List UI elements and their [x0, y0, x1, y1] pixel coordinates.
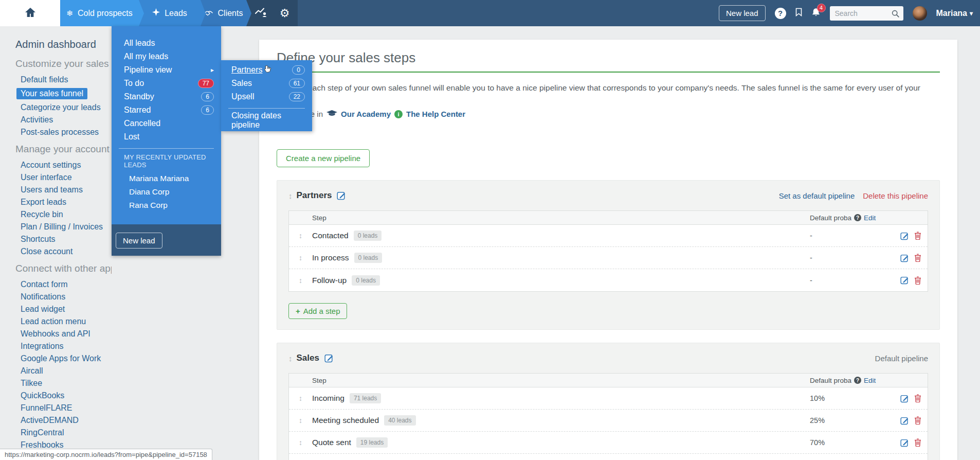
edit-proba-link[interactable]: Edit: [864, 377, 876, 384]
help-center-link[interactable]: The Help Center: [406, 110, 465, 118]
edit-step-icon[interactable]: [900, 232, 909, 240]
sidebar-item-recycle-bin[interactable]: Recycle bin: [21, 210, 112, 219]
leads-count-badge[interactable]: 19 leads: [356, 437, 388, 448]
submenu-item-upsell[interactable]: Upsell 22: [221, 90, 312, 103]
drag-handle-icon[interactable]: ↕: [289, 394, 312, 402]
drag-handle-icon[interactable]: ↕: [289, 254, 312, 262]
leads-count-badge[interactable]: 71 leads: [350, 393, 381, 403]
sidebar-item-export-leads[interactable]: Export leads: [21, 198, 112, 206]
gear-icon[interactable]: ⚙: [280, 8, 290, 19]
edit-step-icon[interactable]: [900, 276, 909, 285]
edit-pipeline-icon[interactable]: [337, 191, 346, 200]
tab-cold-prospects[interactable]: ❄ Cold prospects: [60, 0, 139, 26]
menu-new-lead-button[interactable]: New lead: [116, 233, 162, 249]
drag-handle-icon[interactable]: ↕: [289, 232, 312, 240]
sidebar-item-close-account[interactable]: Close account: [21, 247, 112, 256]
submenu-item-partners[interactable]: Partners 0: [221, 63, 312, 77]
delete-step-icon[interactable]: [914, 438, 921, 447]
sidebar-item-lead-action-menu[interactable]: Lead action menu: [21, 317, 112, 326]
recent-lead-item[interactable]: Mariana Mariana: [112, 172, 221, 185]
count-badge: 6: [201, 105, 214, 115]
step-proba: -: [810, 232, 892, 240]
menu-item-cancelled[interactable]: Cancelled: [112, 117, 221, 130]
menu-item-lost[interactable]: Lost: [112, 130, 221, 144]
sidebar-item-lead-widget[interactable]: Lead widget: [21, 305, 112, 313]
sidebar-item-user-interface[interactable]: User interface: [21, 173, 112, 182]
help-icon[interactable]: ?: [775, 8, 786, 19]
info-icon: i: [394, 110, 403, 118]
pipeline-name: Sales: [297, 353, 319, 363]
set-default-pipeline-link[interactable]: Set as default pipeline: [779, 191, 855, 200]
user-menu[interactable]: Mariana ▾: [936, 9, 973, 18]
sidebar-item-plan-billing-invoices[interactable]: Plan / Billing / Invoices: [21, 223, 112, 231]
sidebar-item-post-sales-processes[interactable]: Post-sales processes: [21, 128, 112, 136]
recent-lead-item[interactable]: Diana Corp: [112, 185, 221, 199]
create-pipeline-button[interactable]: Create a new pipeline: [277, 149, 370, 167]
sidebar-item-ringcentral[interactable]: RingCentral: [21, 429, 112, 437]
sidebar-item-funnelflare[interactable]: FunnelFLARE: [21, 404, 112, 412]
submenu-item-sales[interactable]: Sales 61: [221, 77, 312, 90]
leads-count-badge[interactable]: 40 leads: [384, 415, 415, 426]
bookmark-icon[interactable]: [795, 8, 802, 19]
avatar[interactable]: [913, 6, 927, 21]
home-button[interactable]: [0, 0, 60, 26]
delete-step-icon[interactable]: [914, 254, 921, 262]
menu-item-starred[interactable]: Starred 6: [112, 103, 221, 117]
menu-item-standby[interactable]: Standby 6: [112, 90, 221, 103]
sidebar-item-contact-form[interactable]: Contact form: [21, 280, 112, 289]
sidebar-item-account-settings[interactable]: Account settings: [21, 161, 112, 169]
sidebar-item-aircall[interactable]: Aircall: [21, 367, 112, 375]
menu-item-pipeline-view[interactable]: Pipeline view ▸: [112, 63, 221, 77]
search-icon[interactable]: [892, 10, 899, 20]
edit-step-icon[interactable]: [900, 438, 909, 447]
new-lead-button[interactable]: New lead: [719, 5, 766, 21]
drag-handle-icon[interactable]: ↕: [289, 416, 312, 424]
add-step-button[interactable]: + Add a step: [288, 303, 347, 319]
delete-pipeline-link[interactable]: Delete this pipeline: [863, 191, 928, 200]
delete-step-icon[interactable]: [914, 232, 921, 240]
leads-count-badge[interactable]: 0 leads: [354, 253, 383, 263]
sidebar-item-your-sales-funnel[interactable]: Your sales funnel: [16, 88, 87, 99]
statistics-icon[interactable]: [255, 7, 267, 19]
edit-step-icon[interactable]: [900, 394, 909, 403]
submenu-item-closing-dates-pipeline[interactable]: Closing dates pipeline: [221, 114, 312, 127]
menu-item-all-my-leads[interactable]: All my leads: [112, 50, 221, 63]
sidebar-item-users-and-teams[interactable]: Users and teams: [21, 186, 112, 194]
sidebar-item-webhooks-and-api[interactable]: Webhooks and API: [21, 330, 112, 338]
our-academy-link[interactable]: Our Academy: [341, 110, 391, 118]
delete-step-icon[interactable]: [914, 394, 921, 402]
sidebar-item-activedemand[interactable]: ActiveDEMAND: [21, 416, 112, 424]
tab-clients[interactable]: Clients: [201, 0, 246, 26]
leads-count-badge[interactable]: 0 leads: [352, 275, 380, 286]
recent-lead-item[interactable]: Rana Corp: [112, 199, 221, 212]
sidebar-item-quickbooks[interactable]: QuickBooks: [21, 392, 112, 400]
edit-step-icon[interactable]: [900, 254, 909, 262]
sidebar-item-google-apps-for-work[interactable]: Google Apps for Work: [21, 355, 112, 363]
sidebar-item-tilkee[interactable]: Tilkee: [21, 379, 112, 387]
drag-handle-icon[interactable]: ↕: [288, 191, 293, 200]
menu-footer: New lead: [112, 224, 221, 256]
sidebar-item-shortcuts[interactable]: Shortcuts: [21, 235, 112, 243]
sidebar-item-categorize-your-leads[interactable]: Categorize your leads: [21, 103, 112, 112]
question-icon[interactable]: ?: [854, 377, 861, 384]
edit-step-icon[interactable]: [900, 416, 909, 425]
edit-proba-link[interactable]: Edit: [864, 214, 876, 222]
sidebar-item-activities[interactable]: Activities: [21, 116, 112, 124]
sidebar-item-freshbooks[interactable]: Freshbooks: [21, 441, 112, 449]
drag-handle-icon[interactable]: ↕: [289, 438, 312, 447]
drag-handle-icon[interactable]: ↕: [288, 354, 293, 363]
drag-handle-icon[interactable]: ↕: [289, 276, 312, 285]
tab-leads[interactable]: Leads: [139, 0, 201, 26]
sidebar-item-integrations[interactable]: Integrations: [21, 342, 112, 350]
edit-pipeline-icon[interactable]: [324, 353, 334, 363]
leads-count-badge[interactable]: 0 leads: [354, 231, 382, 241]
notifications-bell[interactable]: 4: [811, 8, 821, 19]
delete-step-icon[interactable]: [914, 416, 921, 424]
menu-item-all-leads[interactable]: All leads: [112, 37, 221, 50]
sidebar-item-notifications[interactable]: Notifications: [21, 293, 112, 301]
sidebar-section-header: Connect with other apps: [15, 263, 112, 274]
menu-item-to-do[interactable]: To do 77: [112, 77, 221, 90]
sidebar-item-default-fields[interactable]: Default fields: [21, 76, 112, 84]
question-icon[interactable]: ?: [854, 214, 861, 221]
delete-step-icon[interactable]: [914, 276, 921, 285]
